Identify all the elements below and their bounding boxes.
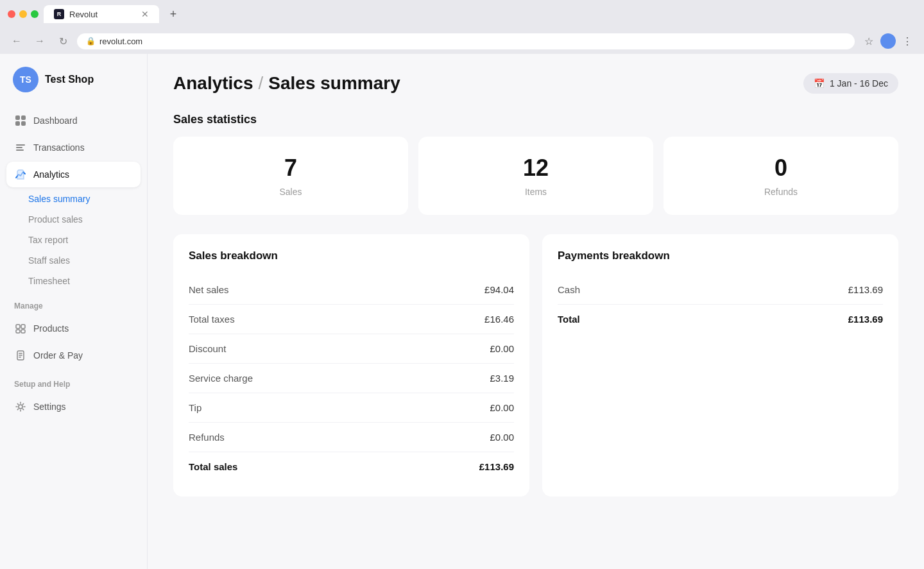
subnav-timesheet[interactable]: Timesheet [13, 271, 141, 291]
breakdown-row-discount: Discount £0.00 [189, 334, 514, 364]
close-dot[interactable] [8, 10, 15, 18]
minimize-dot[interactable] [19, 10, 27, 18]
analytics-subnav: Sales summary Product sales Tax report S… [0, 189, 147, 291]
sidebar-item-order-pay[interactable]: Order & Pay [6, 343, 141, 368]
subnav-staff-sales[interactable]: Staff sales [13, 250, 141, 271]
main-nav: Dashboard Transactions [0, 108, 147, 187]
sidebar-item-products[interactable]: Products [6, 316, 141, 341]
payments-total-value: £113.69 [848, 314, 883, 325]
tab-close-button[interactable]: ✕ [141, 9, 149, 19]
main-content: Analytics / Sales summary 📅 1 Jan - 16 D… [148, 54, 924, 569]
cash-label: Cash [558, 284, 580, 295]
bookmark-button[interactable]: ☆ [860, 32, 878, 50]
stats-section: Sales statistics 7 Sales 12 Items 0 Refu… [173, 113, 898, 215]
tip-label: Tip [189, 402, 201, 413]
browser-actions: ☆ ⋮ [860, 32, 916, 50]
date-filter-button[interactable]: 📅 1 Jan - 16 Dec [803, 73, 898, 94]
breakdown-row-service-charge: Service charge £3.19 [189, 364, 514, 393]
sales-breakdown-title: Sales breakdown [189, 250, 514, 262]
sidebar-item-transactions[interactable]: Transactions [6, 135, 141, 160]
settings-icon [14, 400, 27, 413]
sidebar-item-order-pay-label: Order & Pay [33, 350, 83, 361]
refunds-value: £0.00 [490, 432, 514, 443]
menu-button[interactable]: ⋮ [898, 32, 916, 50]
svg-rect-0 [15, 115, 20, 120]
total-sales-label: Total sales [189, 461, 237, 472]
subnav-product-sales[interactable]: Product sales [13, 209, 141, 230]
sidebar-item-analytics[interactable]: Analytics [6, 162, 141, 187]
forward-button[interactable]: → [31, 32, 49, 50]
total-sales-value: £113.69 [479, 461, 514, 472]
maximize-dot[interactable] [31, 10, 38, 18]
breakdown-row-cash: Cash £113.69 [558, 275, 883, 305]
sidebar-item-settings[interactable]: Settings [6, 394, 141, 420]
app-container: TS Test Shop Dashboard [0, 54, 924, 569]
browser-titlebar: R Revolut ✕ + [0, 0, 924, 28]
stat-card-sales: 7 Sales [173, 137, 408, 215]
svg-rect-1 [21, 115, 26, 120]
breakdown-row-net-sales: Net sales £94.04 [189, 275, 514, 305]
subnav-sales-summary[interactable]: Sales summary [13, 189, 141, 209]
shop-avatar: TS [13, 67, 38, 92]
sidebar-item-transactions-label: Transactions [33, 142, 85, 153]
sales-breakdown-card: Sales breakdown Net sales £94.04 Total t… [173, 234, 529, 497]
service-charge-label: Service charge [189, 373, 253, 384]
discount-label: Discount [189, 343, 226, 354]
payments-breakdown-title: Payments breakdown [558, 250, 883, 262]
stat-value-items: 12 [431, 155, 640, 182]
svg-rect-11 [21, 330, 25, 333]
page-header: Analytics / Sales summary 📅 1 Jan - 16 D… [173, 73, 898, 94]
url-text: revolut.com [99, 37, 142, 46]
sidebar: TS Test Shop Dashboard [0, 54, 148, 569]
svg-rect-10 [16, 330, 20, 333]
browser-user-avatar[interactable] [880, 33, 896, 49]
window-controls [8, 10, 38, 18]
stat-label-refunds: Refunds [676, 187, 886, 197]
browser-toolbar: ← → ↻ 🔒 revolut.com ☆ ⋮ [0, 28, 924, 54]
sidebar-item-analytics-label: Analytics [33, 169, 69, 180]
svg-rect-5 [16, 147, 22, 148]
svg-rect-15 [19, 357, 21, 358]
shop-name: Test Shop [45, 74, 94, 85]
tip-value: £0.00 [490, 402, 514, 413]
back-button[interactable]: ← [8, 32, 26, 50]
cash-value: £113.69 [848, 284, 883, 295]
setup-section-label: Setup and Help [0, 369, 147, 394]
browser-tab[interactable]: R Revolut ✕ [44, 5, 159, 23]
sidebar-item-dashboard-label: Dashboard [33, 115, 78, 126]
svg-rect-14 [19, 355, 22, 356]
refunds-label: Refunds [189, 432, 225, 443]
new-tab-button[interactable]: + [164, 5, 182, 23]
net-sales-label: Net sales [189, 284, 229, 295]
net-sales-value: £94.04 [484, 284, 514, 295]
stat-label-items: Items [431, 187, 640, 197]
shop-header: TS Test Shop [0, 67, 147, 108]
breakdown-row-tip: Tip £0.00 [189, 393, 514, 423]
stat-card-items: 12 Items [418, 137, 653, 215]
svg-rect-6 [16, 149, 24, 151]
manage-section-label: Manage [0, 291, 147, 316]
sidebar-item-products-label: Products [33, 323, 69, 334]
manage-nav: Products Order & Pay [0, 316, 147, 368]
address-bar[interactable]: 🔒 revolut.com [77, 33, 855, 49]
service-charge-value: £3.19 [490, 373, 514, 384]
sidebar-item-dashboard[interactable]: Dashboard [6, 108, 141, 133]
total-taxes-value: £16.46 [484, 314, 514, 325]
reload-button[interactable]: ↻ [54, 32, 72, 50]
svg-rect-9 [21, 325, 25, 328]
svg-rect-3 [21, 121, 26, 126]
analytics-icon [14, 168, 27, 181]
svg-point-16 [19, 405, 22, 409]
svg-rect-8 [16, 325, 20, 328]
payments-total-label: Total [558, 314, 580, 325]
sidebar-item-settings-label: Settings [33, 402, 66, 412]
stats-cards: 7 Sales 12 Items 0 Refunds [173, 137, 898, 215]
breadcrumb-separator: / [259, 73, 264, 94]
subnav-tax-report[interactable]: Tax report [13, 230, 141, 250]
stat-card-refunds: 0 Refunds [663, 137, 898, 215]
transactions-icon [14, 141, 27, 154]
order-pay-icon [14, 349, 27, 362]
lock-icon: 🔒 [86, 37, 96, 46]
breakdown-row-refunds: Refunds £0.00 [189, 423, 514, 452]
stat-value-refunds: 0 [676, 155, 886, 182]
